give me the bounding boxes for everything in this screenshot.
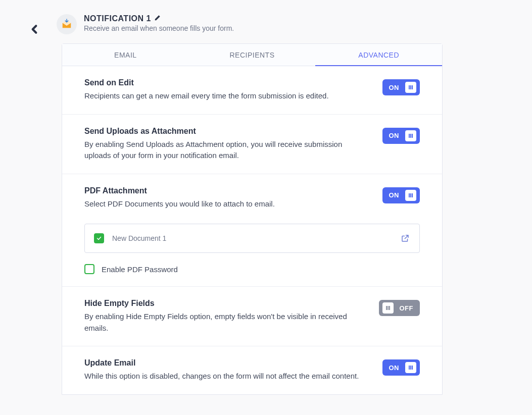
enable-pdf-password-label: Enable PDF Password xyxy=(102,265,178,274)
envelope-download-icon xyxy=(61,19,72,30)
section-pdf-attachment: PDF Attachment Select PDF Documents you … xyxy=(62,174,442,287)
tabs: EMAIL RECIPIENTS ADVANCED xyxy=(62,44,442,66)
toggle-label: ON xyxy=(386,364,402,372)
setting-title: Hide Empty Fields xyxy=(84,299,367,308)
chevron-left-icon xyxy=(29,22,39,36)
enable-pdf-password-checkbox[interactable] xyxy=(84,264,94,274)
toggle-hide-empty-fields[interactable]: OFF xyxy=(379,300,420,316)
setting-description: While this option is disabled, changes o… xyxy=(84,371,370,382)
toggle-knob-icon xyxy=(405,82,416,93)
document-name: New Document 1 xyxy=(112,234,392,242)
toggle-label: ON xyxy=(386,132,402,139)
document-checkbox[interactable] xyxy=(94,233,104,243)
notification-icon xyxy=(57,14,77,34)
page-title: NOTIFICATION 1 xyxy=(84,14,151,23)
setting-description: By enabling Send Uploads as Attachment o… xyxy=(84,139,370,162)
toggle-send-uploads[interactable]: ON xyxy=(382,128,420,144)
toggle-label: ON xyxy=(386,84,402,91)
toggle-knob-icon xyxy=(405,190,416,201)
setting-description: Recipients can get a new email every tim… xyxy=(84,90,370,102)
enable-pdf-password-row: Enable PDF Password xyxy=(84,264,420,274)
pencil-icon xyxy=(154,14,161,21)
toggle-label: ON xyxy=(386,191,402,199)
back-button[interactable] xyxy=(25,20,43,38)
settings-panel: EMAIL RECIPIENTS ADVANCED Send on Edit R… xyxy=(62,43,443,395)
tab-email[interactable]: EMAIL xyxy=(62,44,189,66)
setting-title: Send on Edit xyxy=(84,78,370,87)
section-update-email: Update Email While this option is disabl… xyxy=(62,346,442,394)
setting-description: By enabling Hide Empty Fields option, em… xyxy=(84,311,367,334)
external-link-icon xyxy=(401,234,410,243)
toggle-knob-icon xyxy=(405,130,416,141)
toggle-update-email[interactable]: ON xyxy=(382,359,420,376)
tab-advanced[interactable]: ADVANCED xyxy=(315,44,442,66)
setting-title: PDF Attachment xyxy=(84,186,370,195)
checkmark-icon xyxy=(96,235,102,241)
setting-title: Update Email xyxy=(84,358,370,368)
page-subtitle: Receive an email when someone fills your… xyxy=(84,24,234,32)
pdf-document-row: New Document 1 xyxy=(84,224,420,253)
edit-title-button[interactable] xyxy=(154,14,161,23)
toggle-knob-icon xyxy=(405,362,416,373)
setting-description: Select PDF Documents you would like to a… xyxy=(84,198,370,210)
open-document-button[interactable] xyxy=(400,233,410,243)
setting-title: Send Uploads as Attachment xyxy=(84,127,370,136)
toggle-send-on-edit[interactable]: ON xyxy=(382,79,420,95)
toggle-label: OFF xyxy=(398,304,417,312)
toggle-pdf-attachment[interactable]: ON xyxy=(382,187,420,203)
section-send-uploads: Send Uploads as Attachment By enabling S… xyxy=(62,115,442,174)
tab-recipients[interactable]: RECIPIENTS xyxy=(189,44,316,66)
section-hide-empty-fields: Hide Empty Fields By enabling Hide Empty… xyxy=(62,287,442,346)
section-send-on-edit: Send on Edit Recipients can get a new em… xyxy=(62,66,442,115)
page-header: NOTIFICATION 1 Receive an email when som… xyxy=(25,14,502,38)
toggle-knob-icon xyxy=(382,302,394,314)
